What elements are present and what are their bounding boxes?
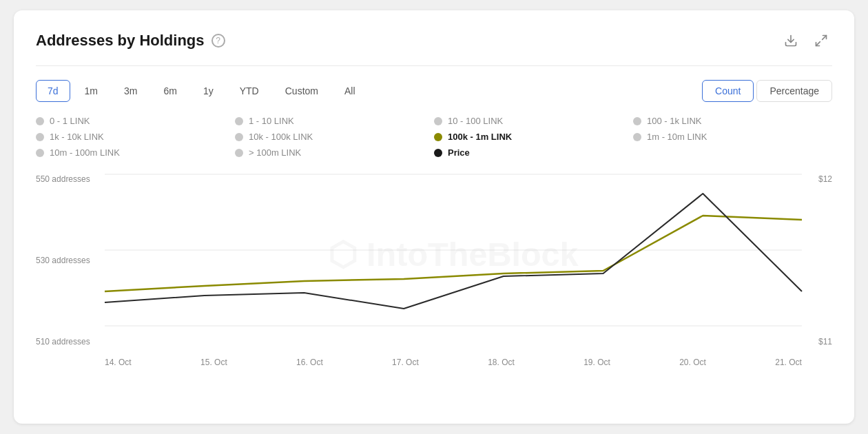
x-label-19oct: 19. Oct: [583, 358, 610, 367]
x-label-21oct: 21. Oct: [775, 358, 802, 367]
legend-100-1k[interactable]: 100 - 1k LINK: [633, 116, 832, 126]
legend-10m-100m[interactable]: 10m - 100m LINK: [36, 147, 235, 158]
legend-dot-100-1k: [633, 117, 641, 125]
legend-1m-10m[interactable]: 1m - 10m LINK: [633, 132, 832, 142]
filter-all[interactable]: All: [333, 80, 367, 102]
x-label-18oct: 18. Oct: [488, 358, 515, 367]
legend-dot-price: [434, 149, 442, 157]
chart-svg: ⬡ IntoTheBlock: [105, 174, 802, 326]
expand-button[interactable]: [810, 30, 832, 52]
chart-legend: 0 - 1 LINK 1 - 10 LINK 10 - 100 LINK 100…: [36, 116, 832, 158]
legend-dot-10m-100m: [36, 149, 44, 157]
svg-line-2: [816, 42, 820, 46]
legend-0-1[interactable]: 0 - 1 LINK: [36, 116, 235, 126]
legend-dot-1k-10k: [36, 133, 44, 141]
legend-price[interactable]: Price: [434, 147, 633, 158]
legend-1-10[interactable]: 1 - 10 LINK: [235, 116, 434, 126]
filter-custom[interactable]: Custom: [273, 80, 330, 102]
legend-dot-1m-10m: [633, 133, 641, 141]
x-label-16oct: 16. Oct: [296, 358, 323, 367]
legend-dot-10-100: [434, 117, 442, 125]
legend-dot-gt-100m: [235, 149, 243, 157]
toggle-count[interactable]: Count: [702, 80, 754, 102]
page-title: Addresses by Holdings: [36, 32, 205, 50]
x-axis: 14. Oct 15. Oct 16. Oct 17. Oct 18. Oct …: [105, 358, 802, 367]
y-left-mid: 530 addresses: [36, 256, 105, 265]
legend-dot-1-10: [235, 117, 243, 125]
legend-100k-1m[interactable]: 100k - 1m LINK: [434, 132, 633, 142]
help-icon[interactable]: ?: [211, 34, 225, 48]
y-right-top: $12: [805, 174, 832, 184]
x-label-20oct: 20. Oct: [679, 358, 706, 367]
legend-10k-100k[interactable]: 10k - 100k LINK: [235, 132, 434, 142]
filter-6m[interactable]: 6m: [152, 80, 188, 102]
chart-area: 550 addresses 530 addresses 510 addresse…: [36, 174, 832, 367]
view-toggle-group: Count Percentage: [702, 80, 832, 102]
y-axis-left: 550 addresses 530 addresses 510 addresse…: [36, 174, 105, 347]
x-label-17oct: 17. Oct: [392, 358, 419, 367]
y-left-top: 550 addresses: [36, 174, 105, 184]
time-filter-group: 7d 1m 3m 6m 1y YTD Custom All: [36, 80, 367, 102]
filter-3m[interactable]: 3m: [112, 80, 149, 102]
x-label-15oct: 15. Oct: [200, 358, 227, 367]
filter-7d[interactable]: 7d: [36, 80, 70, 102]
filter-ytd[interactable]: YTD: [228, 80, 271, 102]
legend-gt-100m[interactable]: > 100m LINK: [235, 147, 434, 158]
legend-dot-100k-1m: [434, 133, 442, 141]
legend-10-100[interactable]: 10 - 100 LINK: [434, 116, 633, 126]
legend-dot-10k-100k: [235, 133, 243, 141]
header-left: Addresses by Holdings ?: [36, 32, 225, 50]
filter-1y[interactable]: 1y: [192, 80, 225, 102]
legend-1k-10k[interactable]: 1k - 10k LINK: [36, 132, 235, 142]
header-right: [780, 30, 832, 52]
svg-line-1: [823, 36, 827, 40]
main-card: Addresses by Holdings ? 7d 1m 3m 6m 1y Y…: [14, 10, 854, 424]
toggle-percentage[interactable]: Percentage: [756, 80, 832, 102]
card-header: Addresses by Holdings ?: [36, 30, 832, 52]
svg-text:⬡ IntoTheBlock: ⬡ IntoTheBlock: [328, 236, 578, 273]
y-left-bot: 510 addresses: [36, 337, 105, 347]
legend-dot-0-1: [36, 117, 44, 125]
y-axis-right: $12 $11: [805, 174, 832, 347]
download-button[interactable]: [780, 30, 802, 52]
filter-1m[interactable]: 1m: [73, 80, 110, 102]
header-divider: [36, 65, 832, 66]
y-right-bot: $11: [805, 337, 832, 347]
x-label-14oct: 14. Oct: [105, 358, 132, 367]
controls-row: 7d 1m 3m 6m 1y YTD Custom All Count Perc…: [36, 80, 832, 102]
chart-inner: 550 addresses 530 addresses 510 addresse…: [36, 174, 832, 367]
